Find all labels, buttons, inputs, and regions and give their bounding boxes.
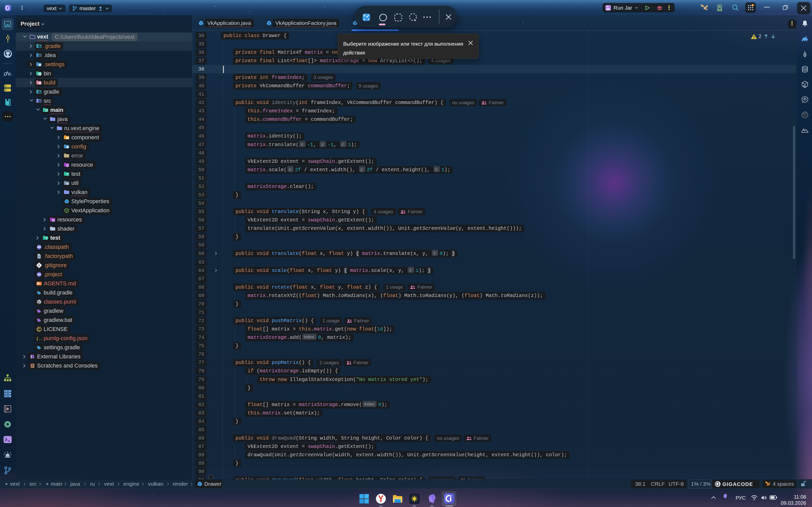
svg-text:M↓: M↓ — [37, 282, 40, 285]
svg-text:</>: </> — [39, 101, 42, 103]
svg-text:{..}: {..} — [36, 337, 42, 341]
svg-text:U: U — [38, 300, 39, 302]
svg-text:ML: ML — [803, 85, 806, 87]
svg-text:ML: ML — [38, 302, 40, 304]
svg-text:IJ: IJ — [39, 55, 41, 57]
